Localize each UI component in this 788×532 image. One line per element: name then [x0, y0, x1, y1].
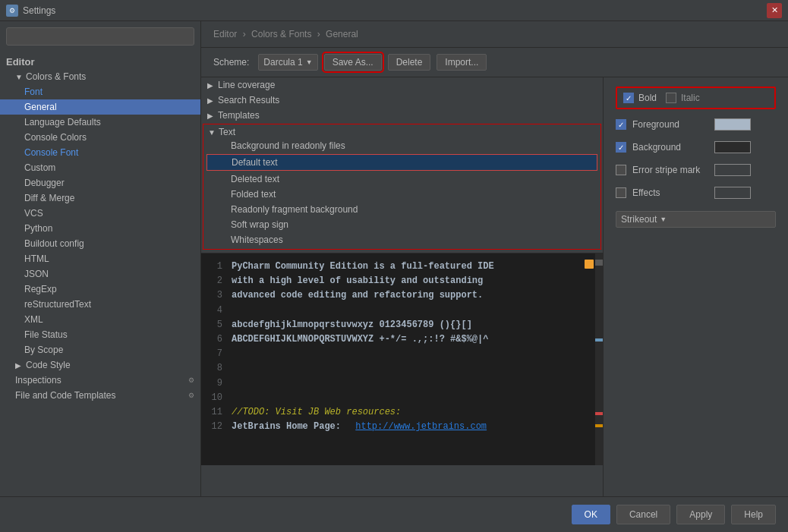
sidebar-item-vcs[interactable]: VCS: [0, 206, 200, 221]
editor-panels: ▶ Line coverage ▶ Search Results ▶ Templ…: [201, 77, 788, 496]
main-panel: Editor › Colors & Fonts › General Scheme…: [201, 21, 788, 496]
tree-item-default-text[interactable]: Default text: [206, 154, 597, 171]
sidebar-item-custom[interactable]: Custom: [0, 160, 200, 175]
preview-line-4: 4: [210, 304, 594, 318]
delete-button[interactable]: Delete: [388, 54, 431, 71]
tree-item-text-group[interactable]: ▼ Text Background in readonly files Defa…: [203, 124, 601, 250]
sidebar-item-restructuredtext[interactable]: reStructuredText: [0, 297, 200, 312]
scheme-select[interactable]: Darcula 1 ▼: [258, 54, 317, 71]
sidebar-item-colors-fonts[interactable]: ▼ Colors & Fonts: [0, 69, 200, 84]
background-color-swatch[interactable]: [714, 141, 751, 153]
close-button[interactable]: ✕: [767, 3, 782, 18]
tree-item-line-coverage[interactable]: ▶ Line coverage: [201, 77, 603, 93]
tree-item-whitespaces[interactable]: Whitespaces: [206, 232, 597, 247]
line-number: 4: [210, 304, 222, 318]
sidebar-item-inspections[interactable]: Inspections ⚙: [0, 373, 200, 388]
foreground-color-swatch[interactable]: [714, 118, 751, 131]
tree-item-text-header[interactable]: ▼ Text: [206, 126, 597, 138]
expand-icon: ▼: [208, 128, 216, 137]
sidebar-item-diff-merge[interactable]: Diff & Merge: [0, 190, 200, 206]
line-number: 10: [210, 391, 222, 405]
scrollbar-track: [595, 253, 603, 465]
bold-checkbox-item[interactable]: ✓ Bold: [623, 93, 657, 103]
expand-icon: ▶: [207, 112, 215, 120]
italic-checkbox[interactable]: [666, 93, 676, 103]
scheme-label: Scheme:: [213, 57, 249, 68]
tree-item-label: Line coverage: [218, 80, 275, 90]
preview-line-1: 1 PyCharm Community Edition is a full-fe…: [210, 260, 594, 274]
sidebar-item-file-status[interactable]: File Status: [0, 327, 200, 342]
sidebar-item-html[interactable]: HTML: [0, 251, 200, 266]
sidebar-item-label: Code Style: [26, 360, 71, 370]
bold-checkbox[interactable]: ✓: [623, 93, 634, 103]
sidebar-item-label: VCS: [24, 208, 43, 219]
background-label: Background: [632, 142, 708, 153]
sidebar-item-debugger[interactable]: Debugger: [0, 175, 200, 190]
sidebar-item-general[interactable]: General: [0, 99, 200, 115]
sidebar-tree: Editor ▼ Colors & Fonts Font General Lan…: [0, 52, 200, 496]
sidebar-item-label: Python: [24, 223, 52, 234]
breadcrumb-sep1: ›: [243, 29, 248, 39]
effects-checkbox[interactable]: [616, 187, 626, 198]
effects-type-select[interactable]: Strikeout ▼: [616, 211, 776, 228]
sidebar-item-file-code-templates[interactable]: File and Code Templates ⚙: [0, 388, 200, 403]
tree-item-label: Deleted text: [231, 174, 279, 184]
save-as-button[interactable]: Save As...: [324, 54, 382, 71]
sidebar-item-by-scope[interactable]: By Scope: [0, 342, 200, 357]
sidebar-item-python[interactable]: Python: [0, 221, 200, 236]
tree-item-background-readonly[interactable]: Background in readonly files: [206, 138, 597, 153]
import-button[interactable]: Import...: [437, 54, 487, 71]
code-text: JetBrains Home Page:: [232, 420, 346, 434]
tree-item-readonly-fragment[interactable]: Readonly fragment background: [206, 202, 597, 217]
tree-item-templates[interactable]: ▶ Templates: [201, 108, 603, 123]
bold-italic-row: ✓ Bold Italic: [616, 87, 776, 109]
code-todo: //TODO: Visit JB Web resources:: [232, 405, 401, 420]
tree-item-folded-text[interactable]: Folded text: [206, 187, 597, 202]
sidebar-item-label: Inspections: [15, 375, 61, 386]
search-input[interactable]: [6, 27, 194, 46]
tree-item-deleted-text[interactable]: Deleted text: [206, 172, 597, 187]
tree-item-label: Background in readonly files: [231, 140, 345, 151]
app-icon: ⚙: [6, 5, 18, 17]
tree-item-search-results[interactable]: ▶ Search Results: [201, 93, 603, 108]
sidebar-item-code-style[interactable]: ▶ Code Style: [0, 357, 200, 373]
sidebar-item-console-colors[interactable]: Console Colors: [0, 130, 200, 145]
line-number: 3: [210, 288, 222, 303]
effects-label: Effects: [632, 187, 708, 198]
ok-button[interactable]: OK: [572, 505, 610, 524]
sidebar-item-label: XML: [24, 314, 43, 325]
tree-item-soft-wrap[interactable]: Soft wrap sign: [206, 217, 597, 232]
sidebar-item-label: Buildout config: [24, 238, 84, 249]
chevron-down-icon: ▼: [660, 216, 667, 223]
error-stripe-checkbox[interactable]: [616, 165, 626, 175]
scroll-marker-2: [595, 338, 603, 342]
sidebar-item-xml[interactable]: XML: [0, 312, 200, 327]
help-button[interactable]: Help: [731, 505, 776, 524]
effects-color-swatch[interactable]: [714, 187, 751, 199]
sidebar-item-label: File and Code Templates: [15, 390, 116, 401]
cancel-button[interactable]: Cancel: [616, 505, 670, 524]
error-stripe-color-swatch[interactable]: [714, 164, 751, 176]
sidebar-item-console-font[interactable]: Console Font: [0, 145, 200, 160]
sidebar-item-buildout[interactable]: Buildout config: [0, 236, 200, 251]
sidebar-item-language-defaults[interactable]: Language Defaults: [0, 115, 200, 130]
expand-icon: ▶: [207, 96, 215, 105]
tree-item-label: Default text: [232, 157, 278, 168]
sidebar: Editor ▼ Colors & Fonts Font General Lan…: [0, 21, 201, 496]
line-number: 12: [210, 420, 222, 434]
italic-label: Italic: [681, 93, 700, 103]
sidebar-item-regexp[interactable]: RegExp: [0, 282, 200, 297]
foreground-checkbox[interactable]: ✓: [616, 119, 626, 130]
background-row: ✓ Background: [616, 140, 776, 155]
expand-icon: ▼: [15, 73, 23, 81]
effects-row: Effects: [616, 185, 776, 200]
scroll-marker-4: [595, 424, 603, 427]
line-number: 7: [210, 347, 222, 361]
effects-type-value: Strikeout: [621, 214, 657, 225]
preview-line-2: 2 with a high level of usability and out…: [210, 274, 594, 288]
apply-button[interactable]: Apply: [676, 505, 725, 524]
background-checkbox[interactable]: ✓: [616, 142, 626, 153]
sidebar-item-font[interactable]: Font: [0, 84, 200, 99]
sidebar-item-json[interactable]: JSON: [0, 266, 200, 282]
italic-checkbox-item[interactable]: Italic: [666, 93, 700, 103]
